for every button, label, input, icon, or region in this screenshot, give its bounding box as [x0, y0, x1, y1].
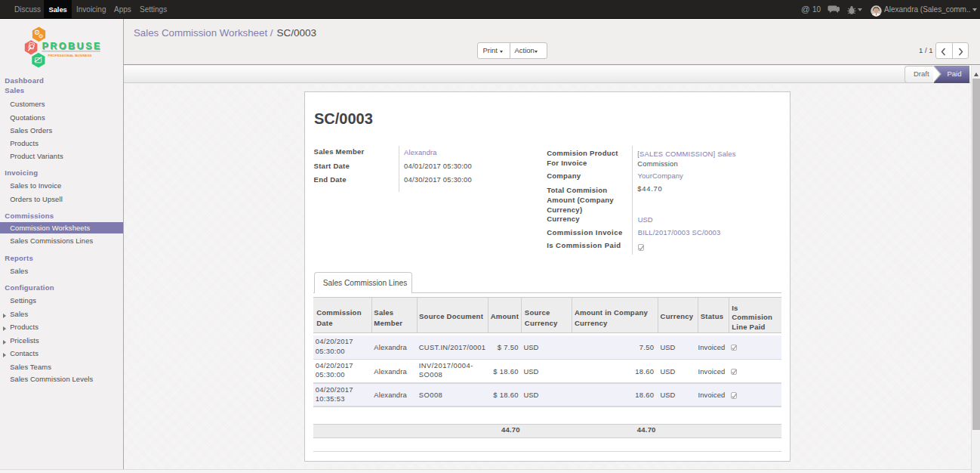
- svg-text:PROFESSIONAL BUSINESS: PROFESSIONAL BUSINESS: [48, 54, 92, 57]
- svg-text:PROBUSE: PROBUSE: [42, 41, 102, 51]
